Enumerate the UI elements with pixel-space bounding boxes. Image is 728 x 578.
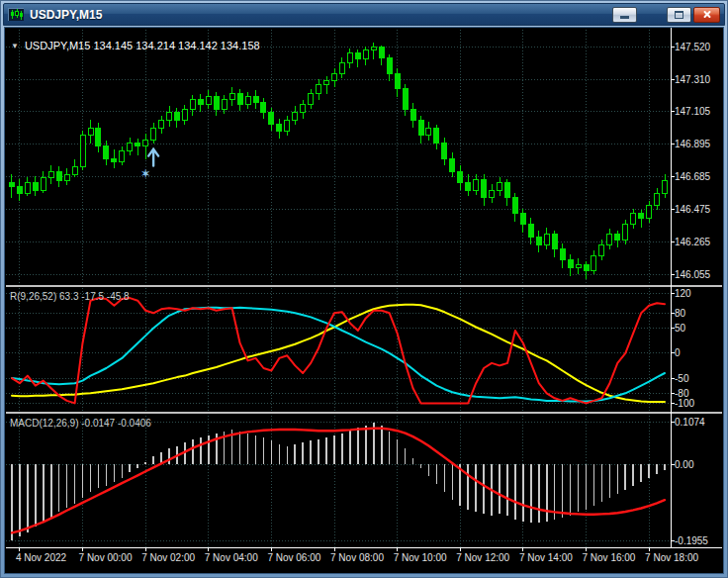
svg-text:7 Nov 06:00: 7 Nov 06:00 [267, 552, 320, 563]
svg-text:120: 120 [675, 288, 691, 299]
svg-text:7 Nov 18:00: 7 Nov 18:00 [645, 552, 698, 563]
svg-text:146.895: 146.895 [675, 139, 711, 149]
svg-text:7 Nov 16:00: 7 Nov 16:00 [583, 552, 636, 563]
chart-dropdown-icon[interactable]: ▼ [11, 42, 19, 50]
chart-client-area: ✶147.520147.310147.105146.895146.685146.… [4, 27, 724, 574]
svg-text:7 Nov 00:00: 7 Nov 00:00 [79, 552, 133, 563]
svg-text:146.685: 146.685 [675, 171, 711, 182]
ohlc-info: ▼ USDJPY,M15 134.145 134.214 134.142 134… [11, 40, 260, 51]
titlebar[interactable]: USDJPY,M15 [3, 3, 725, 26]
svg-text:7 Nov 12:00: 7 Nov 12:00 [456, 552, 509, 563]
svg-text:80: 80 [675, 308, 686, 319]
ohlc-text: USDJPY,M15 134.145 134.214 134.142 134.1… [25, 40, 260, 51]
svg-text:7 Nov 02:00: 7 Nov 02:00 [141, 552, 195, 563]
chart-window: USDJPY,M15 ✶147.520147.310147.105146.895… [0, 0, 728, 578]
svg-text:146.265: 146.265 [675, 237, 711, 247]
svg-text:146.475: 146.475 [675, 204, 711, 215]
svg-text:0.00: 0.00 [675, 459, 694, 470]
svg-text:146.055: 146.055 [675, 269, 711, 280]
svg-text:50: 50 [675, 323, 686, 334]
svg-text:-100: -100 [675, 398, 694, 409]
svg-text:0: 0 [675, 347, 681, 358]
svg-text:-0.1955: -0.1955 [675, 535, 708, 546]
svg-text:✶: ✶ [140, 166, 151, 181]
svg-text:0.1074: 0.1074 [675, 417, 705, 428]
svg-text:147.105: 147.105 [675, 106, 711, 117]
chart-window-icon [8, 8, 24, 21]
minimize-button[interactable] [612, 7, 637, 23]
svg-text:7 Nov 04:00: 7 Nov 04:00 [205, 552, 258, 563]
close-icon [702, 10, 711, 19]
svg-text:-50: -50 [675, 373, 689, 384]
svg-text:4 Nov 2022: 4 Nov 2022 [16, 552, 67, 563]
macd-indicator-label: MACD(12,26,9) -0.0147 -0.0406 [10, 418, 151, 429]
wpr-indicator-label: R(9,26,52) 63.3 -17.5 -45.8 [10, 291, 130, 302]
maximize-button[interactable] [667, 7, 691, 23]
window-title: USDJPY,M15 [30, 8, 102, 22]
close-button[interactable] [693, 7, 720, 23]
svg-text:147.310: 147.310 [675, 74, 711, 85]
minimize-icon [620, 16, 629, 19]
svg-text:7 Nov 08:00: 7 Nov 08:00 [330, 552, 384, 563]
svg-text:147.520: 147.520 [675, 42, 711, 52]
svg-text:7 Nov 10:00: 7 Nov 10:00 [394, 552, 447, 563]
maximize-icon [675, 11, 683, 19]
svg-text:7 Nov 14:00: 7 Nov 14:00 [519, 552, 573, 563]
